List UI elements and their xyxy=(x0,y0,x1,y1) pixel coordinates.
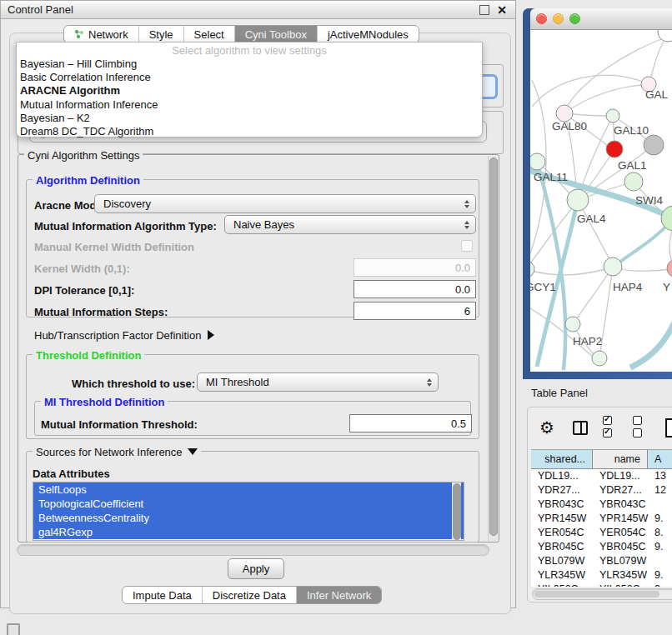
mi-threshold-input[interactable]: 0.5 xyxy=(349,414,472,432)
algorithm-option[interactable]: ARACNE Algorithm xyxy=(17,84,482,98)
tab-label: Infer Network xyxy=(307,589,371,602)
network-node-label: GAL1 xyxy=(618,159,647,172)
algorithm-option[interactable]: Bayesian – K2 xyxy=(17,112,482,125)
float-panel-icon[interactable] xyxy=(479,5,489,15)
mi-threshold-value: 0.5 xyxy=(451,418,466,430)
table-cell: YDL19... xyxy=(531,469,593,483)
sources-title: Sources for Network Inference xyxy=(36,446,183,458)
dpi-tolerance-label: DPI Tolerance [0,1]: xyxy=(34,284,134,297)
algorithm-option[interactable]: Basic Correlation Inference xyxy=(17,71,482,84)
network-node-hap4[interactable] xyxy=(604,258,622,276)
table-cell: 12 xyxy=(648,483,672,498)
network-node[interactable] xyxy=(606,141,623,158)
network-node-gal80[interactable] xyxy=(556,105,573,122)
table-row[interactable]: YER054CYER054C8. xyxy=(531,526,672,540)
tab-label: jActiveMNodules xyxy=(328,28,409,41)
network-node-label: Y xyxy=(663,281,670,293)
dpi-tolerance-input[interactable]: 0.0 xyxy=(354,280,476,298)
network-canvas[interactable]: GALGAL80GAL10GAL11GAL1SWI4GAL4GCY1HAP4YH… xyxy=(530,30,672,372)
network-node-gcy1[interactable] xyxy=(530,261,534,278)
attribute-item[interactable]: TopologicalCoefficient xyxy=(33,497,464,511)
cyni-mode-tabbar: Impute DataDiscretize DataInfer Network xyxy=(122,586,382,604)
network-node[interactable] xyxy=(644,135,664,155)
table-row[interactable]: YPR145WYPR145W9. xyxy=(531,512,672,526)
table-row[interactable]: YDR27...YDR27...12 xyxy=(531,483,672,498)
table-horizontal-scrollbar[interactable] xyxy=(532,588,672,600)
attribute-item[interactable]: SelfLoops xyxy=(33,482,464,497)
settings-vertical-scrollbar[interactable] xyxy=(488,156,499,541)
network-window-titlebar xyxy=(530,8,672,30)
tab-cyni-toolbox[interactable]: Cyni Toolbox xyxy=(235,26,318,42)
table-column-header[interactable]: name xyxy=(593,449,648,469)
tab-network[interactable]: Network xyxy=(64,26,139,42)
table-column-header[interactable]: shared... xyxy=(531,449,593,469)
attribute-item[interactable]: BetweennessCentrality xyxy=(33,511,464,525)
table-row[interactable]: YBR043CYBR043C xyxy=(531,498,672,512)
tab-jactivemnodules[interactable]: jActiveMNodules xyxy=(318,26,419,42)
tab-select[interactable]: Select xyxy=(184,26,235,42)
table-column-header[interactable]: A xyxy=(648,449,672,469)
page-icon[interactable] xyxy=(665,418,672,438)
network-node-label: SWI4 xyxy=(635,194,663,207)
mi-steps-input[interactable]: 6 xyxy=(354,302,476,320)
network-node-y[interactable] xyxy=(667,259,672,278)
algorithm-option[interactable]: Bayesian – Hill Climbing xyxy=(17,58,482,71)
algorithm-option[interactable]: Dream8 DC_TDC Algorithm xyxy=(17,125,482,138)
hub-definition-toggle[interactable]: Hub/Transcription Factor Definition xyxy=(34,329,214,342)
table-row[interactable]: YBL079WYBL079W xyxy=(531,554,672,568)
network-node-hap2[interactable] xyxy=(565,317,580,332)
tab-discretize-data[interactable]: Discretize Data xyxy=(203,587,297,603)
network-node-label: GAL11 xyxy=(534,171,568,183)
mi-type-combo[interactable]: Naive Bayes xyxy=(224,215,476,234)
manual-kernel-label: Manual Kernel Width Definition xyxy=(34,241,194,253)
network-edge xyxy=(564,85,647,113)
table-cell: YIL052C xyxy=(531,582,593,587)
tab-impute-data[interactable]: Impute Data xyxy=(123,587,203,603)
tab-style[interactable]: Style xyxy=(139,26,184,42)
table-row[interactable]: YBR045CYBR045C9. xyxy=(531,540,672,554)
table-row[interactable]: YDL19...YDL19...13 xyxy=(531,469,672,483)
table-cell: 9. xyxy=(648,568,672,582)
split-column-icon[interactable] xyxy=(573,421,588,435)
table-header: shared...nameA xyxy=(531,449,672,469)
apply-button[interactable]: Apply xyxy=(228,558,284,579)
tab-infer-network[interactable]: Infer Network xyxy=(297,587,381,603)
minimized-panel-icon[interactable] xyxy=(7,623,20,635)
close-panel-icon[interactable]: ✕ xyxy=(497,6,507,14)
network-edge xyxy=(650,42,664,78)
minimize-traffic-icon[interactable] xyxy=(553,13,564,24)
table-cell: YBL079W xyxy=(531,554,593,568)
close-traffic-icon[interactable] xyxy=(536,13,547,24)
table-row[interactable]: YIL052CYIL052C9. xyxy=(531,582,672,587)
network-node[interactable] xyxy=(592,351,607,366)
algorithm-popup-placeholder: Select algorithm to view settings xyxy=(17,43,482,58)
checked-columns-icon[interactable] xyxy=(603,415,623,440)
control-panel-tabbar: NetworkStyleSelectCyni ToolboxjActiveMNo… xyxy=(63,25,419,43)
table-cell: 13 xyxy=(648,469,672,483)
gear-icon[interactable]: ⚙ xyxy=(539,419,554,436)
which-threshold-combo[interactable]: MI Threshold xyxy=(197,372,439,392)
sources-title-row[interactable]: Sources for Network Inference xyxy=(33,446,201,458)
table-row[interactable]: YLR345WYLR345W9. xyxy=(531,568,672,582)
aracne-mode-combo[interactable]: Discovery xyxy=(94,194,476,213)
zoom-traffic-icon[interactable] xyxy=(569,13,580,24)
attribute-item[interactable]: gal4RGexp xyxy=(33,525,464,539)
manual-kernel-checkbox[interactable] xyxy=(461,240,473,252)
attributes-list-scrollbar[interactable] xyxy=(452,482,461,540)
settings-horizontal-scrollbar[interactable] xyxy=(17,544,489,556)
algorithm-option[interactable]: Mutual Information Inference xyxy=(17,98,482,112)
table-cell: YBR043C xyxy=(531,498,593,512)
data-attributes-list[interactable]: SelfLoopsTopologicalCoefficientBetweenne… xyxy=(33,482,464,541)
unchecked-columns-icon[interactable] xyxy=(633,415,653,440)
kernel-width-input[interactable]: 0.0 xyxy=(354,258,476,277)
network-edge-thick xyxy=(630,317,672,368)
network-node-gal1[interactable] xyxy=(624,172,643,191)
which-threshold-label: Which threshold to use: xyxy=(72,378,195,390)
threshold-definition-title: Threshold Definition xyxy=(33,349,144,362)
network-node-gal11[interactable] xyxy=(530,153,545,170)
combo-arrows-icon xyxy=(427,378,432,387)
network-node-gal10[interactable] xyxy=(606,109,619,122)
network-node-gal4[interactable] xyxy=(567,189,589,211)
network-node-swi4[interactable] xyxy=(661,206,672,231)
table-panel-title: Table Panel xyxy=(531,387,588,399)
